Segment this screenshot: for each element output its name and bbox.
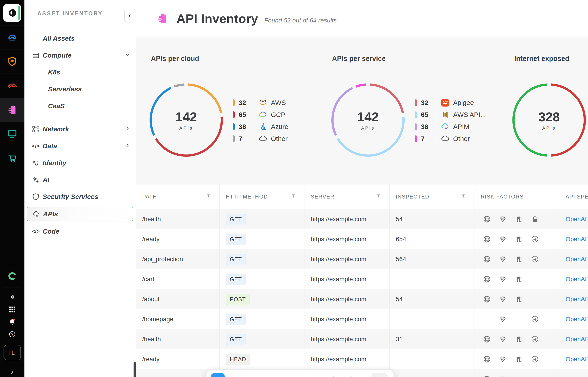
openapi-link[interactable]: OpenAPI (565, 276, 588, 283)
help-icon[interactable]: ? (8, 330, 17, 339)
secondary-action-button[interactable] (371, 373, 387, 377)
cell-server: https://example.com (304, 349, 390, 369)
code-icon: </> (31, 227, 41, 236)
table-row[interactable]: /healthGEThttps://example.com54OpenAPI (136, 209, 588, 229)
avatar[interactable]: IL (4, 345, 21, 360)
column-header-server[interactable]: SERVER (304, 185, 390, 209)
sidebar-collapse-button[interactable]: ‹ (125, 9, 135, 22)
column-label: API SPEC (565, 194, 588, 200)
primary-action-button[interactable] (211, 373, 225, 377)
chart-title: APIs per service (332, 55, 386, 63)
expand-rail-chevron-icon[interactable]: › (0, 365, 24, 375)
legend-label: AWS (271, 99, 286, 106)
legend-value: 32 (239, 99, 253, 106)
filter-icon[interactable] (461, 194, 466, 200)
cell-api-spec: OpenAPI (559, 329, 588, 349)
eye-icon (7, 80, 18, 91)
table-row[interactable]: /healthGEThttps://example.com31OpenAPI (136, 329, 588, 349)
cell-server: https://example.com (304, 329, 390, 349)
sidebar-item-label: CaaS (48, 102, 65, 110)
sidebar-item-k8s[interactable]: K8s (24, 64, 136, 81)
cell-inspected: 54 (390, 209, 474, 229)
donut-chart: 142 APIs (148, 82, 224, 158)
table-row[interactable]: /api_protectionGEThttps://example.com564… (136, 249, 588, 269)
filter-icon[interactable] (206, 194, 211, 200)
table-row[interactable]: /cartGEThttps://example.comOpenAPI (136, 269, 588, 289)
table-row[interactable]: /homepageGEThttps://example.comOpenAPI (136, 309, 588, 329)
filter-icon[interactable] (376, 194, 381, 200)
column-header-api-spec[interactable]: API SPEC (559, 185, 588, 209)
building-icon (511, 289, 527, 309)
sidebar-item-ai[interactable]: AI (24, 171, 136, 188)
scrollbar-thumb[interactable] (134, 362, 136, 377)
method-badge: GET (226, 334, 246, 345)
column-header-risk-factors[interactable]: RISK FACTORS (474, 185, 559, 209)
table-header: PATHHTTP METHODSERVERINSPECTEDRISK FACTO… (136, 185, 588, 209)
bell-icon[interactable] (8, 317, 17, 327)
chevron-right-icon[interactable] (124, 142, 131, 150)
gear-icon[interactable]: ⚙ (331, 375, 337, 377)
openapi-link[interactable]: OpenAPI (565, 316, 588, 323)
rail-item-cart[interactable] (0, 146, 24, 170)
sparkles-icon[interactable]: ✦ (349, 375, 354, 377)
sidebar-item-identity[interactable]: Identity (24, 154, 136, 171)
legend-item-aws: 32awsAWS (233, 97, 288, 109)
network-icon (31, 125, 41, 133)
gem-icon (495, 249, 511, 269)
filter-icon[interactable] (291, 194, 296, 200)
legend-divider (253, 99, 253, 107)
rail-item-api-doc[interactable] (0, 98, 24, 122)
openapi-link[interactable]: OpenAPI (565, 216, 588, 223)
azure-icon (258, 122, 268, 132)
column-label: RISK FACTORS (481, 194, 524, 200)
sidebar-item-apis[interactable]: APIs (27, 207, 133, 221)
cell-api-spec: OpenAPI (559, 229, 588, 249)
rail-item-shield[interactable] (0, 49, 24, 74)
openapi-link[interactable]: OpenAPI (565, 356, 588, 363)
openapi-link[interactable]: OpenAPI (565, 336, 588, 343)
rail-item-radar[interactable] (0, 25, 24, 49)
table-row[interactable]: /aboutPOSThttps://example.com54OpenAPI (136, 289, 588, 309)
cell-server: https://example.com (304, 249, 390, 269)
rail-item-logo[interactable] (0, 0, 24, 25)
gem-icon (495, 209, 511, 229)
grid-icon[interactable] (8, 305, 17, 314)
openapi-link[interactable]: OpenAPI (565, 296, 588, 303)
sidebar-item-all-assets[interactable]: All Assets (24, 30, 136, 47)
grid-icon[interactable]: ▦ (264, 375, 270, 377)
legend-value: 38 (421, 123, 435, 130)
table-row[interactable]: /readyHEADhttps://example.comOpenAPI (136, 349, 588, 369)
column-header-path[interactable]: PATH (136, 185, 219, 209)
openapi-link[interactable]: OpenAPI (565, 376, 588, 377)
openapi-link[interactable]: OpenAPI (565, 256, 588, 263)
cell-path: /homepage (136, 309, 219, 329)
sidebar-item-serverless[interactable]: Serverless (24, 81, 136, 98)
sidebar-item-label: Compute (43, 52, 71, 59)
table-row[interactable]: /readyGEThttps://example.com654OpenAPI (136, 229, 588, 249)
chevron-down-icon[interactable]: ⌄ (240, 375, 245, 377)
cell-server: https://example.com (304, 269, 390, 289)
legend-value: 38 (239, 123, 253, 130)
sidebar-item-network[interactable]: Network (24, 121, 136, 138)
sidebar-item-data[interactable]: </>Data (24, 138, 136, 154)
column-header-inspected[interactable]: INSPECTED (390, 185, 474, 209)
rail-item-monitor[interactable] (0, 122, 24, 146)
sidebar-item-caas[interactable]: CaaS (24, 98, 136, 115)
arrow-down-icon[interactable]: ↓ (285, 375, 288, 377)
cell-risk-factors (474, 369, 559, 377)
gear-icon[interactable] (8, 292, 17, 302)
legend-item-gcp: 65GCP (233, 109, 288, 121)
sidebar-item-security-services[interactable]: Security Services (24, 188, 136, 205)
building-icon (511, 229, 527, 249)
column-header-http-method[interactable]: HTTP METHOD (219, 185, 304, 209)
donut-chart: 328 APIs (511, 82, 587, 158)
cell-path: /health (136, 329, 219, 349)
chevron-down-icon[interactable] (124, 51, 131, 59)
chevron-right-icon[interactable] (124, 125, 131, 133)
ring-icon[interactable] (7, 265, 18, 287)
sidebar-item-code[interactable]: </>Code (24, 223, 136, 240)
openapi-link[interactable]: OpenAPI (565, 236, 588, 243)
rail-item-eye[interactable] (0, 74, 24, 98)
method-badge: HEAD (226, 354, 250, 365)
sidebar-item-compute[interactable]: Compute (24, 47, 136, 64)
